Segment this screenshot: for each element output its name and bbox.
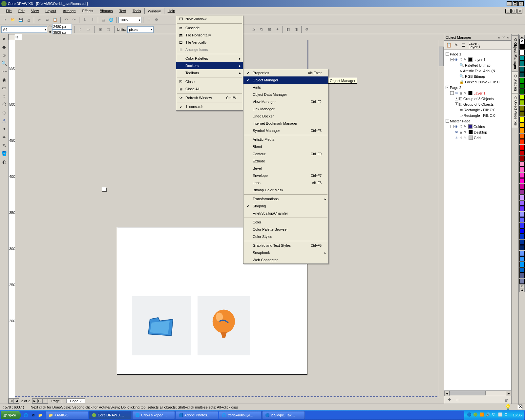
docker-object-manager[interactable]: ✔Object Manager — [243, 76, 328, 84]
swatch-11[interactable] — [519, 106, 525, 111]
swatch-30[interactable] — [519, 212, 525, 217]
docker-symbol[interactable]: Symbol ManagerCtrl+F3 — [243, 127, 328, 134]
next-page-btn[interactable]: ▶ — [32, 398, 37, 404]
swatch-21[interactable] — [519, 161, 525, 167]
treat-as-filled-icon[interactable]: ◧ — [284, 26, 292, 33]
system-tray[interactable]: 🔵🟢🟧🔊🛡⬜⚙ 16:35 — [464, 410, 524, 420]
menu-close[interactable]: ☒Close — [176, 78, 243, 85]
ql-explorer-icon[interactable]: 📁 — [37, 411, 44, 419]
shape-tool-icon[interactable]: ◆ — [0, 43, 8, 51]
swatch-13[interactable] — [519, 117, 525, 122]
draw-complex-icon[interactable]: ◨ — [292, 26, 300, 33]
edit-across-layers-icon[interactable]: ✎ — [453, 42, 459, 49]
swatch-14[interactable] — [519, 122, 525, 128]
swatch-7[interactable] — [519, 83, 525, 89]
docker-fsc[interactable]: Fillet/Scallop/Chamfer — [243, 210, 328, 217]
menu-file[interactable]: File — [3, 8, 15, 14]
docker-undo[interactable]: Undo Docker — [243, 113, 328, 120]
ellipse-tool-icon[interactable]: ○ — [0, 92, 8, 100]
text-tool-icon[interactable]: A — [0, 117, 8, 125]
polygon-tool-icon[interactable]: ⬠ — [0, 100, 8, 108]
swatch-22[interactable] — [519, 167, 525, 172]
docker-transformations[interactable]: Transformations — [243, 195, 328, 202]
task-photoshop[interactable]: 🟦Adobe Photos… — [176, 411, 218, 419]
swatch-19[interactable] — [519, 150, 525, 156]
menu-new-window[interactable]: 🗔New Window — [176, 15, 243, 23]
paste-icon[interactable]: 📋 — [52, 16, 59, 24]
docker-envelope[interactable]: EnvelopeCtrl+F7 — [243, 172, 328, 179]
add-page-btn[interactable]: + — [43, 398, 48, 404]
corel-online-icon[interactable]: 🌐 — [108, 16, 115, 24]
swatch-9[interactable] — [519, 94, 525, 100]
portrait-icon[interactable]: ▯ — [77, 26, 84, 33]
guideline-horizontal[interactable] — [15, 396, 444, 397]
swatch-8[interactable] — [519, 89, 525, 94]
menu-bitmaps[interactable]: Bitmaps — [96, 8, 116, 14]
docker-tab-om[interactable]: ⬡ Object Manager — [512, 35, 518, 72]
first-page-btn[interactable]: ⏮ — [9, 398, 14, 404]
docker-lens[interactable]: LensAlt+F3 — [243, 179, 328, 186]
print-icon[interactable]: 🖨 — [25, 16, 32, 24]
tab-page-1[interactable]: Page 1 — [48, 398, 67, 403]
export-icon[interactable]: ⇧ — [89, 16, 96, 24]
tree-toggle[interactable]: − — [446, 52, 449, 56]
bitmap-object-1[interactable] — [132, 296, 191, 355]
swatch-41[interactable] — [519, 273, 525, 278]
swatch-27[interactable] — [519, 195, 525, 200]
minimize-button[interactable]: _ — [507, 1, 512, 6]
menu-tools[interactable]: Tools — [129, 8, 144, 14]
docker-blend[interactable]: Blend — [243, 143, 328, 150]
interactive-blend-tool-icon[interactable]: ✦ — [0, 125, 8, 133]
docker-collapse-icon[interactable]: « — [506, 35, 510, 39]
docker-properties[interactable]: ✔PropertiesAlt+Enter — [243, 69, 328, 76]
swatch-35[interactable] — [519, 240, 525, 245]
swatch-33[interactable] — [519, 228, 525, 234]
task-uvl[interactable]: 🌐Увлажняющи… — [219, 411, 262, 419]
crop-tool-icon[interactable]: ⟄ — [0, 51, 8, 59]
swatch-12[interactable] — [519, 111, 525, 116]
docker-artistic[interactable]: Artistic Media — [243, 136, 328, 143]
snap-to-icon[interactable]: ⊡ — [266, 26, 273, 33]
delete-layer-icon[interactable]: 🗑 — [503, 396, 510, 404]
swatch-none[interactable] — [519, 39, 525, 44]
docker-link-manager[interactable]: Link Manager — [243, 105, 328, 113]
paper-size-combo[interactable]: A4 — [1, 26, 47, 33]
menu-cascade[interactable]: ⧉Cascade — [176, 24, 243, 32]
palette-down-icon[interactable]: ▼ — [519, 284, 525, 288]
new-layer-icon[interactable]: ✚ — [446, 396, 453, 404]
swatch-10[interactable] — [519, 100, 525, 105]
menu-arrange[interactable]: Arrange — [59, 8, 79, 14]
menu-toolbars[interactable]: Toolbars — [176, 69, 243, 76]
menu-window[interactable]: Window — [144, 8, 164, 14]
import-icon[interactable]: ⇩ — [81, 16, 88, 24]
menu-color-palettes[interactable]: Color Palettes — [176, 55, 243, 62]
task-coreldraw[interactable]: 🟢CorelDRAW X… — [89, 411, 132, 419]
task-amigo[interactable]: 📁+AMIGO — [46, 411, 88, 419]
docker-bevel[interactable]: Bevel — [243, 165, 328, 172]
docker-menu-icon[interactable]: ▴ — [497, 35, 501, 39]
menu-view[interactable]: View — [28, 8, 42, 14]
all-pages-icon[interactable]: ▣ — [97, 26, 104, 33]
swatch-15[interactable] — [519, 128, 525, 133]
swatch-25[interactable] — [519, 184, 525, 189]
mdi-restore[interactable]: ❐ — [511, 9, 516, 13]
options-icon[interactable]: ⚙ — [153, 16, 160, 24]
undo-icon[interactable]: ↶ — [62, 16, 70, 24]
swatch-16[interactable] — [519, 134, 525, 139]
task-sloi[interactable]: 🌐Слои в корел… — [132, 411, 175, 419]
layer-manager-view-icon[interactable]: ☰ — [460, 42, 467, 49]
menu-dockers[interactable]: Dockers — [176, 62, 243, 69]
nudge-icon[interactable]: ⇲ — [250, 26, 257, 33]
docker-cpb[interactable]: Color Palette Browser — [243, 226, 328, 233]
new-master-layer-icon[interactable]: ⊞ — [454, 396, 461, 404]
basic-shapes-tool-icon[interactable]: ◇ — [0, 109, 8, 116]
status-outline-swatch[interactable] — [518, 405, 522, 409]
swatch-26[interactable] — [519, 189, 525, 195]
redo-icon[interactable]: ↷ — [70, 16, 77, 24]
menu-tile-v[interactable]: ⬓Tile Vertically — [176, 39, 243, 46]
menu-doc-1[interactable]: ✔1 icons.cdr — [176, 103, 243, 110]
swatch-40[interactable] — [519, 267, 525, 273]
ql-ie-icon[interactable]: 🌐 — [23, 411, 29, 419]
docker-scrapbook[interactable]: Scrapbook — [243, 249, 328, 256]
swatch-17[interactable] — [519, 139, 525, 144]
